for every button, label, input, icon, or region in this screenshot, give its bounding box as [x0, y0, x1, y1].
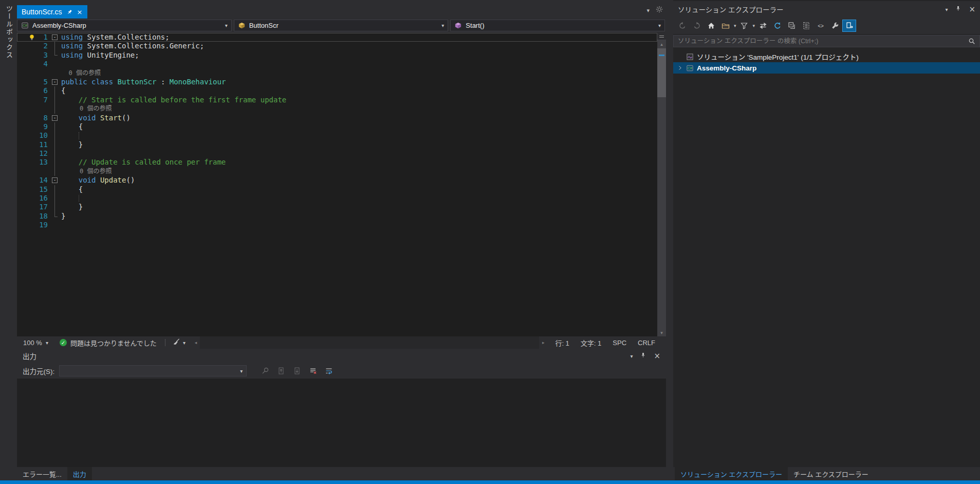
code-editor[interactable]: 1-using System.Collections;2using System… [17, 33, 666, 336]
solutions-folders-icon[interactable] [719, 20, 732, 31]
split-window-grip[interactable] [657, 33, 666, 40]
codelens-row[interactable]: 0 個の参照 [17, 104, 657, 113]
collapse-all-icon[interactable] [785, 20, 798, 31]
code-row[interactable]: 19 [17, 221, 657, 229]
code-text[interactable]: public class ButtonScr : MonoBehaviour [60, 78, 657, 86]
code-row[interactable]: 10 [17, 131, 657, 140]
output-content[interactable] [17, 379, 666, 467]
tab-output[interactable]: 出力 [67, 467, 92, 480]
gear-icon[interactable] [656, 6, 663, 15]
code-text[interactable]: } [60, 203, 657, 211]
tree-item-assembly-csharp[interactable]: C# Assembly-CSharp [673, 62, 980, 74]
tab-error-list[interactable]: エラー一覧... [17, 467, 67, 480]
code-text[interactable] [60, 60, 657, 68]
properties-icon[interactable] [828, 20, 841, 31]
type-dropdown[interactable]: ButtonScr ▾ [234, 20, 449, 31]
fold-collapse-icon[interactable]: - [52, 34, 58, 40]
fold-collapse-icon[interactable]: - [52, 79, 58, 85]
code-row[interactable]: 4 [17, 60, 657, 68]
code-row[interactable]: 12 [17, 149, 657, 158]
scroll-left-arrow-icon[interactable]: ◂ [192, 340, 200, 345]
line-indicator[interactable]: 行: 1 [549, 338, 575, 348]
column-indicator[interactable]: 文字: 1 [575, 338, 607, 348]
code-row[interactable]: 17 } [17, 203, 657, 211]
code-row[interactable]: 14- void Update() [17, 176, 657, 185]
code-row[interactable]: 11 } [17, 140, 657, 149]
pin-icon[interactable] [66, 9, 73, 15]
codelens-row[interactable]: 0 個の参照 [17, 167, 657, 176]
code-row[interactable]: 15 { [17, 185, 657, 194]
clear-all-icon[interactable] [306, 365, 319, 377]
outline-margin[interactable]: - [48, 33, 60, 42]
fold-collapse-icon[interactable]: - [52, 177, 58, 183]
code-text[interactable]: using UnityEngine; [60, 51, 657, 60]
code-text[interactable] [60, 221, 657, 229]
member-dropdown[interactable]: Start() ▾ [450, 20, 665, 31]
chevron-right-icon[interactable] [677, 65, 683, 71]
code-cleanup-button[interactable]: ▾ [169, 338, 190, 347]
project-dropdown[interactable]: C# Assembly-CSharp ▾ [17, 20, 232, 31]
fold-collapse-icon[interactable]: - [52, 115, 58, 121]
code-text[interactable]: { [60, 86, 657, 95]
horizontal-scrollbar[interactable]: ◂ ▸ [192, 336, 547, 349]
code-text[interactable]: using System.Collections.Generic; [60, 42, 657, 50]
zoom-control[interactable]: 100 % ▾ [17, 339, 54, 347]
lightbulb-icon[interactable] [17, 33, 36, 42]
code-text[interactable]: { [60, 185, 657, 194]
outline-margin[interactable]: - [48, 114, 60, 122]
code-text[interactable]: 0 個の参照 [60, 104, 657, 113]
next-message-icon[interactable] [290, 365, 303, 377]
search-input[interactable] [673, 35, 980, 47]
window-menu-chevron-icon[interactable]: ▾ [630, 353, 633, 359]
output-source-dropdown[interactable]: ▾ [59, 365, 247, 377]
tab-buttonscr-cs[interactable]: ButtonScr.cs × [17, 5, 87, 19]
code-text[interactable]: void Start() [60, 114, 657, 122]
show-all-files-icon[interactable] [800, 20, 812, 31]
horizontal-scroll-track[interactable] [200, 336, 539, 349]
scroll-right-arrow-icon[interactable]: ▸ [539, 340, 547, 345]
code-text[interactable] [60, 149, 657, 158]
code-text[interactable]: // Start is called before the first fram… [60, 96, 657, 104]
pin-icon[interactable] [640, 352, 646, 360]
code-text[interactable]: { [60, 122, 657, 131]
toolbox-tab[interactable]: ツールボックス [4, 5, 14, 59]
preview-selected-items-icon[interactable] [843, 20, 856, 31]
pin-icon[interactable] [955, 5, 961, 13]
code-text[interactable]: 0 個の参照 [60, 69, 657, 78]
code-row[interactable]: 5-public class ButtonScr : MonoBehaviour [17, 78, 657, 86]
word-wrap-icon[interactable] [322, 365, 335, 377]
find-message-icon[interactable] [258, 365, 271, 377]
pending-changes-filter-icon[interactable] [738, 20, 751, 31]
code-text[interactable] [60, 131, 657, 140]
code-lines[interactable]: 1-using System.Collections;2using System… [17, 33, 657, 336]
code-row[interactable]: 16 [17, 194, 657, 203]
code-row[interactable]: 9 { [17, 122, 657, 131]
scroll-up-arrow-icon[interactable]: ▴ [657, 40, 666, 48]
outline-margin[interactable]: - [48, 176, 60, 185]
code-row[interactable]: 13 // Update is called once per frame [17, 158, 657, 167]
document-list-chevron-icon[interactable]: ▾ [646, 7, 650, 14]
solution-explorer-titlebar[interactable]: ソリューション エクスプローラー ▾ × [673, 1, 980, 17]
search-icon[interactable] [968, 38, 975, 47]
vertical-scrollbar[interactable]: ▴ ▾ [657, 33, 666, 336]
tab-solution-explorer[interactable]: ソリューション エクスプローラー [675, 467, 788, 480]
tree-item-solution[interactable]: ソリューション 'SampleProject1' (1/1 プロジェクト) [673, 51, 980, 62]
output-panel-titlebar[interactable]: 出力 ▾ × [17, 349, 666, 363]
sync-active-document-icon[interactable] [756, 20, 769, 31]
code-text[interactable]: using System.Collections; [60, 33, 657, 42]
code-row[interactable]: 2using System.Collections.Generic; [17, 42, 657, 50]
code-text[interactable]: // Update is called once per frame [60, 158, 657, 167]
code-text[interactable]: 0 個の参照 [60, 167, 657, 176]
code-text[interactable]: } [60, 212, 657, 221]
view-code-icon[interactable]: <> [814, 20, 827, 31]
refresh-icon[interactable] [771, 20, 784, 31]
code-row[interactable]: 1-using System.Collections; [17, 33, 657, 42]
close-icon[interactable]: × [969, 5, 975, 14]
nav-forward-icon[interactable] [690, 20, 703, 31]
line-ending-indicator[interactable]: CRLF [632, 339, 661, 347]
space-mode-indicator[interactable]: SPC [607, 339, 632, 347]
code-text[interactable]: void Update() [60, 176, 657, 185]
code-row[interactable]: 8- void Start() [17, 114, 657, 122]
previous-message-icon[interactable] [274, 365, 287, 377]
code-row[interactable]: 7 // Start is called before the first fr… [17, 96, 657, 104]
